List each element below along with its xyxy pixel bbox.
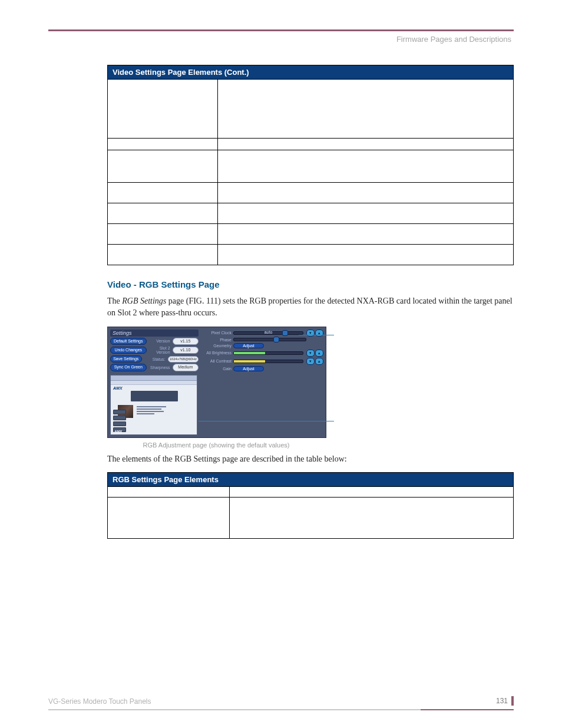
t1-r4-c1 xyxy=(108,183,218,203)
fig-status-value: 1024x768@60Hz xyxy=(168,356,199,363)
header-breadcrumb: Firmware Pages and Descriptions xyxy=(48,35,514,44)
fig-sharpness-label: Sharpness xyxy=(148,365,171,370)
p1-a: The xyxy=(107,297,122,305)
fig-settings-title: Settings xyxy=(110,330,199,337)
section-heading: Video - RGB Settings Page xyxy=(107,279,514,289)
fig-sharpness-value[interactable]: Medium xyxy=(173,364,199,371)
fig-preview-sidebutton xyxy=(113,416,126,420)
figure-leader-line xyxy=(199,421,334,421)
t1-r3-c1 xyxy=(108,150,218,183)
t2-r1-c1 xyxy=(108,487,230,498)
table1-title: Video Settings Page Elements (Cont.) xyxy=(108,65,514,80)
fig-phase-label: Phase xyxy=(202,338,232,342)
fig-default-settings-button[interactable]: Default Settings xyxy=(110,338,147,345)
t1-r2-c1 xyxy=(108,139,218,150)
video-settings-table: Video Settings Page Elements (Cont.) xyxy=(107,65,514,265)
fig-gain-label: Gain xyxy=(202,367,232,371)
figure-caption: RGB Adjustment page (showing the default… xyxy=(107,442,325,449)
fig-sync-on-green-button[interactable]: Sync On Green xyxy=(110,364,147,371)
t2-r2-c2 xyxy=(230,498,514,539)
fig-phase-slider[interactable] xyxy=(233,338,306,341)
section-paragraph-1: The RGB Settings page (FIG. 111) sets th… xyxy=(107,295,514,319)
fig-gain-adjust-button[interactable]: Adjust xyxy=(233,366,264,371)
t1-r4-c2 xyxy=(218,183,514,203)
fig-pixelclock-down-icon[interactable]: ▾ xyxy=(306,330,315,337)
fig-pixelclock-up-icon[interactable]: ▴ xyxy=(315,330,323,337)
fig-brightness-up-icon[interactable]: ▴ xyxy=(315,350,323,357)
fig-preview-sidebutton xyxy=(113,421,126,426)
fig-preview-sidebutton xyxy=(113,410,126,414)
fig-slot-version-label: Slot 2 Version xyxy=(148,346,171,354)
p1-b: RGB Settings xyxy=(122,297,166,305)
t1-r7-c2 xyxy=(218,245,514,265)
fig-geometry-label: Geometry xyxy=(202,344,232,348)
fig-amx-logo: AMX xyxy=(113,386,123,390)
fig-contrast-down-icon[interactable]: ▾ xyxy=(306,358,315,365)
footer-page-number: 131 xyxy=(496,696,514,706)
fig-preview-window: AMX xyxy=(110,375,197,435)
footer-product: VG-Series Modero Touch Panels xyxy=(48,697,151,706)
t1-r5-c1 xyxy=(108,203,218,224)
t2-r1-c2 xyxy=(230,487,514,498)
fig-pixelclock-label: Pixel Clock xyxy=(202,331,232,335)
t1-r6-c1 xyxy=(108,224,218,245)
t1-r7-c1 xyxy=(108,245,218,265)
t2-r2-c1 xyxy=(108,498,230,539)
fig-slot-version-value: v1.10 xyxy=(173,347,199,354)
fig-undo-changes-button[interactable]: Undo Changes xyxy=(110,347,147,354)
fig-brightness-down-icon[interactable]: ▾ xyxy=(306,350,315,357)
fig-allcontrast-slider[interactable] xyxy=(233,360,303,363)
fig-amx-logo-2: AMX xyxy=(114,430,122,433)
section-paragraph-2: The elements of the RGB Settings page ar… xyxy=(107,453,514,465)
t1-r6-c2 xyxy=(218,224,514,245)
fig-allcontrast-label: All Contrast xyxy=(202,359,232,363)
fig-save-settings-button[interactable]: Save Settings xyxy=(110,355,142,363)
fig-status-label: Status: xyxy=(143,357,167,361)
fig-geometry-adjust-button[interactable]: Adjust xyxy=(233,343,264,348)
fig-version-label: Version xyxy=(148,339,171,343)
figure-leader-line xyxy=(299,335,334,335)
table2-title: RGB Settings Page Elements xyxy=(108,473,514,487)
fig-version-value: v1.15 xyxy=(173,338,199,345)
fig-allbrightness-slider[interactable] xyxy=(233,351,303,355)
rgb-settings-table: RGB Settings Page Elements xyxy=(107,472,514,539)
t1-r1-c1 xyxy=(108,80,218,139)
fig-allbrightness-label: All Brightness xyxy=(202,351,232,355)
fig-pixelclock-auto: auto xyxy=(234,330,303,334)
fig-contrast-up-icon[interactable]: ▴ xyxy=(315,358,323,365)
t1-r1-c2 xyxy=(218,80,514,139)
t1-r2-c2 xyxy=(218,139,514,150)
fig-pixelclock-slider[interactable]: auto xyxy=(233,331,303,335)
p1-c: page (FIG. 111) sets the RGB properties … xyxy=(107,297,513,317)
t1-r3-c2 xyxy=(218,150,514,183)
t1-r5-c2 xyxy=(218,203,514,224)
